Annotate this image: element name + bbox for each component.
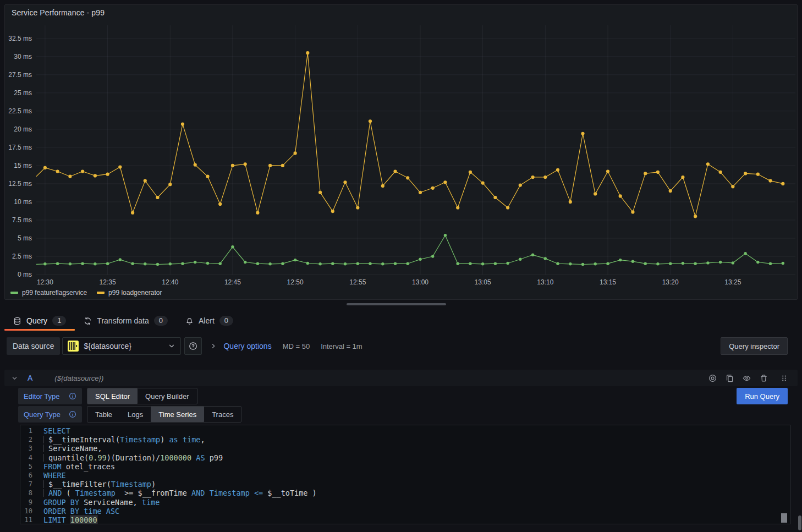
datasource-value: ${datasource} bbox=[84, 342, 163, 350]
grafana-panel-edit-view: Service Performance - p99 0 ms2.5 ms5 ms… bbox=[0, 0, 802, 532]
record-circle-icon bbox=[708, 374, 717, 382]
svg-text:13:00: 13:00 bbox=[412, 278, 429, 286]
tab-count-badge: 0 bbox=[219, 316, 233, 326]
option-table[interactable]: Table bbox=[87, 407, 120, 422]
svg-text:30 ms: 30 ms bbox=[14, 53, 32, 61]
sql-line: 3ServiceName, bbox=[20, 444, 790, 453]
timeseries-panel: Service Performance - p99 0 ms2.5 ms5 ms… bbox=[4, 4, 798, 300]
line-number: 11 bbox=[20, 516, 32, 524]
sql-line: 7$__timeFilter(Timestamp) bbox=[20, 480, 790, 489]
remove-icon bbox=[760, 374, 768, 382]
svg-text:13:05: 13:05 bbox=[475, 278, 491, 286]
query-inspector-button[interactable]: Query inspector bbox=[721, 337, 788, 355]
interval-summary: Interval = 1m bbox=[321, 342, 362, 350]
option-query-builder[interactable]: Query Builder bbox=[138, 388, 196, 404]
tab-alert[interactable]: Alert0 bbox=[177, 311, 242, 331]
legend-label: p99 loadgenerator bbox=[108, 289, 162, 297]
query-options-label: Query options bbox=[223, 342, 271, 350]
panel-editor-tabs: Query1Transform data0Alert0 bbox=[0, 311, 802, 331]
legend-color-swatch bbox=[97, 292, 105, 294]
line-number: 7 bbox=[20, 480, 32, 488]
datasource-label: Data source bbox=[7, 337, 60, 355]
run-query-button[interactable]: Run Query bbox=[737, 388, 788, 404]
query-row-header: A (${datasource}) bbox=[4, 370, 798, 386]
editor-type-switch: SQL EditorQuery Builder bbox=[87, 388, 197, 404]
query-options-toggle[interactable]: Query options bbox=[210, 342, 271, 350]
query-action-record-circle-button[interactable] bbox=[707, 372, 718, 384]
query-action-drag-handle-button[interactable] bbox=[778, 372, 790, 384]
line-number: 9 bbox=[20, 498, 32, 506]
query-row-datasource: (${datasource}) bbox=[54, 374, 103, 382]
process-icon bbox=[84, 317, 92, 325]
svg-text:13:10: 13:10 bbox=[537, 278, 553, 286]
chart-legend: p99 featureflagservicep99 loadgenerator bbox=[10, 289, 162, 297]
chevron-down-icon bbox=[168, 342, 175, 350]
tab-count-badge: 0 bbox=[154, 316, 168, 326]
info-circle-icon[interactable] bbox=[69, 410, 76, 418]
max-data-points-summary: MD = 50 bbox=[283, 342, 310, 350]
sql-code-editor[interactable]: 1SELECT2$__timeInterval(Timestamp) as ti… bbox=[20, 425, 790, 524]
svg-text:12:40: 12:40 bbox=[162, 278, 178, 286]
svg-text:17.5 ms: 17.5 ms bbox=[8, 144, 32, 151]
svg-text:13:15: 13:15 bbox=[600, 278, 616, 286]
svg-text:13:25: 13:25 bbox=[724, 278, 741, 286]
option-sql-editor[interactable]: SQL Editor bbox=[87, 388, 138, 404]
sql-line: 10ORDER BY time ASC bbox=[20, 507, 790, 515]
duplicate-icon bbox=[726, 374, 734, 382]
horizontal-scrollbar-thumb[interactable] bbox=[347, 303, 446, 305]
svg-text:12:45: 12:45 bbox=[224, 278, 241, 286]
tab-label: Alert bbox=[199, 316, 215, 325]
svg-text:10 ms: 10 ms bbox=[14, 198, 32, 206]
svg-text:0 ms: 0 ms bbox=[18, 271, 32, 278]
series-p99-loadgenerator bbox=[32, 51, 784, 218]
collapse-query-button[interactable] bbox=[11, 375, 18, 382]
query-action-remove-button[interactable] bbox=[758, 372, 770, 384]
sql-line: 6WHERE bbox=[20, 471, 790, 480]
sql-line: 4quantile(0.99)(Duration)/1000000 AS p99 bbox=[20, 453, 790, 462]
svg-text:5 ms: 5 ms bbox=[18, 234, 32, 242]
query-action-hide-button[interactable] bbox=[741, 372, 752, 384]
query-type-label: Query Type bbox=[18, 406, 82, 423]
svg-text:27.5 ms: 27.5 ms bbox=[8, 71, 32, 79]
line-number: 2 bbox=[20, 436, 32, 443]
sql-line: 1SELECT bbox=[20, 426, 790, 435]
datasource-select[interactable]: ${datasource} bbox=[62, 337, 181, 355]
line-number: 6 bbox=[20, 471, 32, 479]
svg-text:2.5 ms: 2.5 ms bbox=[12, 253, 32, 260]
database-icon bbox=[13, 317, 21, 325]
tab-query[interactable]: Query1 bbox=[4, 311, 75, 331]
sql-line: 8AND ( Timestamp >= $__fromTime AND Time… bbox=[20, 489, 790, 497]
line-number: 10 bbox=[20, 507, 32, 515]
query-action-duplicate-button[interactable] bbox=[724, 372, 735, 384]
svg-text:15 ms: 15 ms bbox=[14, 162, 32, 169]
sql-line: 5FROM otel_traces bbox=[20, 462, 790, 471]
option-logs[interactable]: Logs bbox=[120, 407, 151, 422]
info-circle-icon[interactable] bbox=[69, 392, 76, 400]
bell-icon bbox=[185, 317, 194, 325]
line-number: 5 bbox=[20, 463, 32, 470]
datasource-help-button[interactable] bbox=[184, 337, 202, 355]
sql-code-lines: 1SELECT2$__timeInterval(Timestamp) as ti… bbox=[20, 425, 790, 524]
sql-line: 11LIMIT 100000 bbox=[20, 515, 790, 524]
option-traces[interactable]: Traces bbox=[204, 407, 241, 422]
editor-type-field: Editor Type SQL EditorQuery Builder bbox=[18, 388, 197, 404]
timeseries-chart[interactable]: 0 ms2.5 ms5 ms7.5 ms10 ms12.5 ms15 ms17.… bbox=[5, 5, 798, 299]
query-type-field: Query Type TableLogsTime SeriesTraces bbox=[18, 406, 241, 423]
legend-label: p99 featureflagservice bbox=[22, 289, 87, 297]
question-circle-icon bbox=[189, 342, 197, 350]
legend-item-p99-loadgenerator[interactable]: p99 loadgenerator bbox=[97, 289, 162, 297]
option-time-series[interactable]: Time Series bbox=[151, 407, 204, 422]
chevron-down-icon bbox=[11, 375, 18, 382]
hide-icon bbox=[743, 374, 751, 382]
line-number: 4 bbox=[20, 454, 32, 462]
tab-transform-data[interactable]: Transform data0 bbox=[75, 311, 177, 331]
drag-handle-icon bbox=[780, 374, 788, 382]
query-type-switch: TableLogsTime SeriesTraces bbox=[87, 406, 241, 423]
line-number: 1 bbox=[20, 427, 32, 435]
svg-text:12:35: 12:35 bbox=[100, 278, 116, 286]
legend-item-p99-featureflagservice[interactable]: p99 featureflagservice bbox=[10, 289, 87, 297]
svg-text:32.5 ms: 32.5 ms bbox=[8, 35, 32, 42]
page-scrollbar-thumb[interactable] bbox=[798, 515, 801, 530]
editor-scrollbar-thumb[interactable] bbox=[781, 513, 787, 523]
sql-line: 9GROUP BY ServiceName, time bbox=[20, 498, 790, 507]
